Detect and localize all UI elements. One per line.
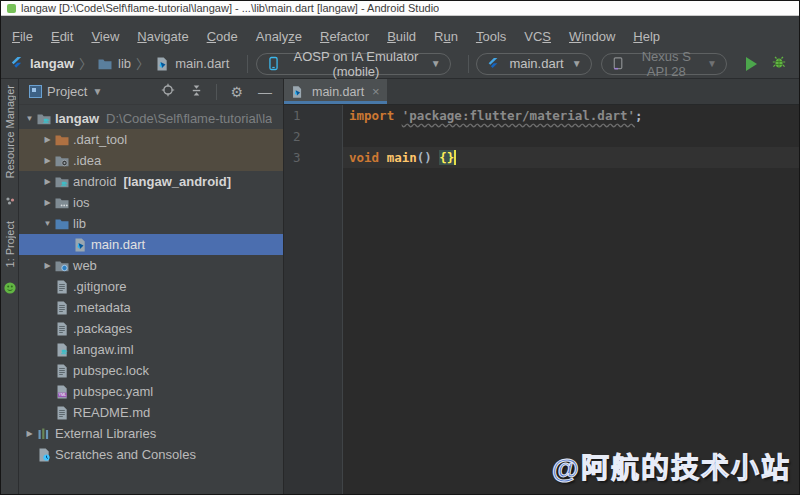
- hide-panel-button[interactable]: —: [253, 84, 277, 100]
- debug-button[interactable]: [767, 52, 791, 75]
- project-panel-header: Project ▼ ⚙ —: [19, 79, 283, 105]
- editor-area: main.dart × 1import 'package:flutter/mat…: [284, 79, 799, 495]
- menu-build[interactable]: Build: [378, 27, 425, 46]
- green-plant-icon[interactable]: [3, 281, 17, 299]
- phone-icon: [266, 56, 283, 71]
- device-selector-label: AOSP on IA Emulator (mobile): [289, 49, 423, 79]
- tree-item-module-name: [langaw_android]: [123, 174, 231, 189]
- collapsed-arrow-icon[interactable]: ▶: [41, 177, 54, 186]
- target-device-selector[interactable]: Nexus S API 28 ▼: [601, 53, 727, 75]
- header-separator: [216, 84, 217, 100]
- code-line-2: 2: [284, 126, 799, 147]
- tree-item-external-libraries[interactable]: ▶External Libraries: [19, 423, 283, 444]
- collapse-all-button[interactable]: [185, 84, 208, 100]
- text-file-icon: [54, 405, 71, 421]
- tree-item-web[interactable]: ▶web: [19, 255, 283, 276]
- text-file-icon: [54, 279, 71, 295]
- tree-item-readme-md[interactable]: README.md: [19, 402, 283, 423]
- project-panel: Project ▼ ⚙ — ▼langawD:\Code\Self\flame-…: [19, 79, 284, 495]
- tree-item-label: main.dart: [91, 237, 145, 252]
- tree-item-scratches-and-consoles[interactable]: Scratches and Consoles: [19, 444, 283, 465]
- project-view-icon: [29, 85, 42, 98]
- menu-window[interactable]: Window: [560, 27, 624, 46]
- breadcrumb-separator: 〉: [136, 54, 149, 73]
- run-config-selector[interactable]: main.dart ▼: [476, 53, 591, 75]
- iml-file-icon: [54, 342, 71, 358]
- chevron-down-icon: ▼: [707, 58, 717, 69]
- tree-item-ios[interactable]: ▶ios: [19, 192, 283, 213]
- tree-item-android[interactable]: ▶android[langaw_android]: [19, 171, 283, 192]
- expanded-arrow-icon[interactable]: ▼: [41, 219, 54, 228]
- excluded-folder-icon: [54, 132, 71, 148]
- dart-file-icon: [154, 56, 171, 72]
- dots-icon[interactable]: [4, 193, 16, 211]
- tree-item-dart-tool[interactable]: ▶.dart_tool: [19, 129, 283, 150]
- flutter-folder-icon: [36, 111, 53, 127]
- tree-item-pubspec-lock[interactable]: pubspec.lock: [19, 360, 283, 381]
- tree-item-idea[interactable]: ▶.idea: [19, 150, 283, 171]
- menu-view[interactable]: View: [82, 27, 128, 46]
- tree-item-label: Scratches and Consoles: [55, 447, 196, 462]
- collapsed-arrow-icon[interactable]: ▶: [41, 156, 54, 165]
- project-view-title[interactable]: Project: [47, 84, 87, 99]
- tree-item-packages[interactable]: .packages: [19, 318, 283, 339]
- tool-window-resource-manager[interactable]: Resource Manager: [4, 85, 16, 183]
- tree-item-label: .idea: [73, 153, 101, 168]
- dart-file-icon: [290, 85, 307, 99]
- tree-item-path: D:\Code\Self\flame-tutorial\la: [106, 111, 272, 126]
- collapsed-arrow-icon[interactable]: ▶: [41, 198, 54, 207]
- bug-icon: [771, 54, 787, 73]
- toolbar-separator: [468, 55, 469, 73]
- line-number: 2: [284, 126, 343, 147]
- locate-file-button[interactable]: [156, 83, 180, 100]
- tree-item-metadata[interactable]: .metadata: [19, 297, 283, 318]
- code-text[interactable]: [343, 126, 799, 147]
- tree-item-label: ios: [73, 195, 90, 210]
- menu-file[interactable]: File: [3, 27, 42, 46]
- expanded-arrow-icon[interactable]: ▼: [23, 114, 36, 123]
- chevron-down-icon[interactable]: ▼: [92, 86, 102, 97]
- breadcrumb-main-dart[interactable]: main.dart: [154, 56, 229, 72]
- tree-item-langaw[interactable]: ▼langawD:\Code\Self\flame-tutorial\la: [19, 108, 283, 129]
- chevron-down-icon: ▼: [431, 58, 441, 69]
- breadcrumb: langaw〉lib〉main.dart: [9, 54, 229, 73]
- menu-vcs[interactable]: VCS: [515, 27, 560, 46]
- collapsed-arrow-icon[interactable]: ▶: [41, 261, 54, 270]
- settings-button[interactable]: ⚙: [225, 84, 248, 100]
- tool-window-bar: Resource Manager 1: Project: [1, 79, 19, 495]
- tree-item-label: External Libraries: [55, 426, 156, 441]
- run-button[interactable]: [742, 55, 761, 73]
- android-studio-window: langaw [D:\Code\Self\flame-tutorial\lang…: [0, 0, 800, 495]
- collapsed-arrow-icon[interactable]: ▶: [41, 135, 54, 144]
- breadcrumb-langaw[interactable]: langaw: [9, 56, 74, 71]
- folder-icon: [97, 56, 114, 72]
- menu-code[interactable]: Code: [198, 27, 247, 46]
- collapsed-arrow-icon[interactable]: ▶: [23, 429, 36, 438]
- menu-analyze[interactable]: Analyze: [247, 27, 311, 46]
- menu-run[interactable]: Run: [425, 27, 467, 46]
- tree-item-main-dart[interactable]: main.dart: [19, 234, 283, 255]
- breadcrumb-lib[interactable]: lib: [97, 56, 131, 72]
- tree-item-lib[interactable]: ▼lib: [19, 213, 283, 234]
- tree-item-label: .gitignore: [73, 279, 126, 294]
- flutter-icon: [486, 57, 503, 71]
- device-selector[interactable]: AOSP on IA Emulator (mobile) ▼: [256, 53, 450, 75]
- tree-item-gitignore[interactable]: .gitignore: [19, 276, 283, 297]
- menu-edit[interactable]: Edit: [42, 27, 82, 46]
- menu-tools[interactable]: Tools: [467, 27, 515, 46]
- code-text[interactable]: void main() {}: [343, 147, 799, 168]
- menu-help[interactable]: Help: [624, 27, 669, 46]
- menu-bar: FileEditViewNavigateCodeAnalyzeRefactorB…: [1, 16, 799, 49]
- code-text[interactable]: import 'package:flutter/material.dart';: [343, 105, 799, 126]
- menu-refactor[interactable]: Refactor: [311, 27, 378, 46]
- tab-main-dart[interactable]: main.dart ×: [284, 79, 387, 104]
- tree-item-pubspec-yaml[interactable]: YMLpubspec.yaml: [19, 381, 283, 402]
- tree-item-langaw-iml[interactable]: langaw.iml: [19, 339, 283, 360]
- menu-navigate[interactable]: Navigate: [128, 27, 197, 46]
- tool-window-project[interactable]: 1: Project: [4, 221, 16, 271]
- close-icon[interactable]: ×: [372, 84, 380, 99]
- code-editor[interactable]: 1import 'package:flutter/material.dart';…: [284, 105, 799, 495]
- code-line-1: 1import 'package:flutter/material.dart';: [284, 105, 799, 126]
- run-config-label: main.dart: [509, 56, 563, 71]
- tree-item-label: .packages: [73, 321, 132, 336]
